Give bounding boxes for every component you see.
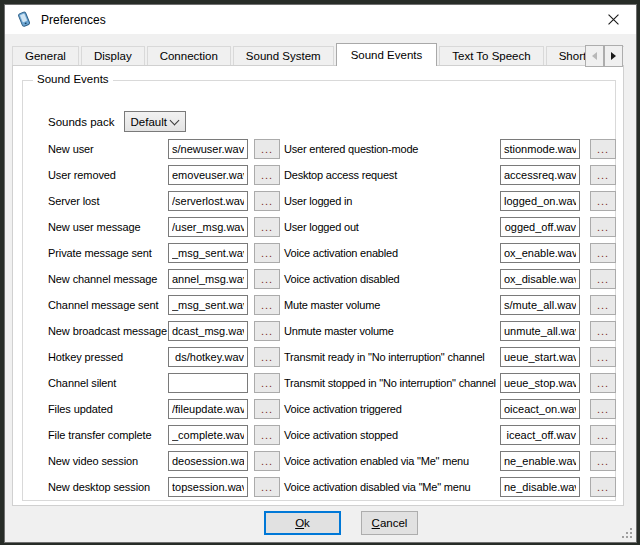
- tab-general[interactable]: General: [12, 46, 79, 66]
- tab-scroll-right-button[interactable]: [604, 45, 623, 67]
- sound-event-label: New user: [48, 143, 168, 155]
- tab-text-to-speech[interactable]: Text To Speech: [439, 46, 543, 66]
- browse-button[interactable]: ...: [590, 295, 616, 315]
- sound-event-label: New desktop session: [48, 481, 168, 493]
- sound-file-input[interactable]: [500, 373, 580, 393]
- browse-button[interactable]: ...: [590, 165, 616, 185]
- browse-button[interactable]: ...: [254, 321, 280, 341]
- browse-button[interactable]: ...: [590, 373, 616, 393]
- window-title: Preferences: [41, 13, 106, 27]
- browse-button[interactable]: ...: [590, 139, 616, 159]
- browse-button[interactable]: ...: [254, 451, 280, 471]
- browse-button[interactable]: ...: [254, 191, 280, 211]
- browse-button[interactable]: ...: [254, 295, 280, 315]
- browse-button[interactable]: ...: [590, 347, 616, 367]
- sound-event-label: New video session: [48, 455, 168, 467]
- browse-button[interactable]: ...: [590, 477, 616, 497]
- sound-file-input[interactable]: [168, 165, 248, 185]
- sound-event-label: Voice activation disabled: [284, 273, 500, 285]
- browse-button[interactable]: ...: [590, 321, 616, 341]
- browse-button[interactable]: ...: [590, 243, 616, 263]
- sound-file-input[interactable]: [500, 269, 580, 289]
- browse-button[interactable]: ...: [254, 165, 280, 185]
- sound-file-input[interactable]: [500, 139, 580, 159]
- browse-button[interactable]: ...: [254, 399, 280, 419]
- sound-file-input[interactable]: [168, 139, 248, 159]
- browse-button[interactable]: ...: [254, 425, 280, 445]
- tab-sound-system[interactable]: Sound System: [233, 46, 334, 66]
- browse-button[interactable]: ...: [254, 217, 280, 237]
- sound-event-row: Channel silent...: [48, 373, 280, 393]
- sound-file-input[interactable]: [500, 243, 580, 263]
- preferences-dialog: Preferences GeneralDisplayConnectionSoun…: [4, 4, 637, 543]
- sound-event-row: Voice activation disabled via "Me" menu.…: [284, 477, 616, 497]
- browse-button[interactable]: ...: [590, 399, 616, 419]
- chevron-down-icon: [169, 116, 179, 126]
- sound-event-label: Server lost: [48, 195, 168, 207]
- browse-button[interactable]: ...: [590, 217, 616, 237]
- sound-file-input[interactable]: [500, 451, 580, 471]
- tab-scroll-left-button[interactable]: [585, 45, 604, 67]
- sound-event-label: User logged in: [284, 195, 500, 207]
- sound-event-row: Hotkey pressed...: [48, 347, 280, 367]
- sound-file-input[interactable]: [168, 321, 248, 341]
- sound-event-row: Voice activation triggered...: [284, 399, 616, 419]
- sound-event-label: Mute master volume: [284, 299, 500, 311]
- chevron-right-icon: [611, 52, 616, 60]
- sound-file-input[interactable]: [168, 425, 248, 445]
- sound-file-input[interactable]: [500, 425, 580, 445]
- sound-file-input[interactable]: [500, 321, 580, 341]
- sound-file-input[interactable]: [168, 451, 248, 471]
- browse-button[interactable]: ...: [590, 269, 616, 289]
- tab-sound-events[interactable]: Sound Events: [336, 43, 438, 66]
- sound-event-row: New broadcast message...: [48, 321, 280, 341]
- browse-button[interactable]: ...: [590, 425, 616, 445]
- close-button[interactable]: [596, 5, 630, 34]
- sound-file-input[interactable]: [500, 217, 580, 237]
- sounds-pack-value: Default: [125, 116, 167, 128]
- browse-button[interactable]: ...: [254, 347, 280, 367]
- sound-file-input[interactable]: [500, 191, 580, 211]
- browse-button[interactable]: ...: [254, 139, 280, 159]
- sound-event-label: User removed: [48, 169, 168, 181]
- ok-button[interactable]: Ok: [264, 511, 341, 535]
- sound-file-input[interactable]: [168, 269, 248, 289]
- sound-event-row: File transfer complete...: [48, 425, 280, 445]
- sound-event-label: New user message: [48, 221, 168, 233]
- browse-button[interactable]: ...: [254, 373, 280, 393]
- tab-connection[interactable]: Connection: [147, 46, 231, 66]
- sound-file-input[interactable]: [500, 165, 580, 185]
- sound-event-row: Private message sent...: [48, 243, 280, 263]
- sound-file-input[interactable]: [168, 217, 248, 237]
- sound-event-row: Desktop access request...: [284, 165, 616, 185]
- sound-file-input[interactable]: [168, 399, 248, 419]
- browse-button[interactable]: ...: [254, 243, 280, 263]
- sounds-pack-dropdown[interactable]: Default: [124, 111, 186, 132]
- browse-button[interactable]: ...: [254, 477, 280, 497]
- sound-event-label: Channel message sent: [48, 299, 168, 311]
- browse-button[interactable]: ...: [590, 451, 616, 471]
- cancel-button[interactable]: Cancel: [361, 511, 418, 535]
- browse-button[interactable]: ...: [254, 269, 280, 289]
- sound-file-input[interactable]: [168, 477, 248, 497]
- sound-file-input[interactable]: [500, 399, 580, 419]
- resize-grip[interactable]: [622, 528, 633, 539]
- sound-file-input[interactable]: [500, 347, 580, 367]
- sound-event-row: Transmit ready in "No interruption" chan…: [284, 347, 616, 367]
- sound-event-label: File transfer complete: [48, 429, 168, 441]
- tab-display[interactable]: Display: [81, 46, 145, 66]
- sound-file-input[interactable]: [168, 295, 248, 315]
- sound-file-input[interactable]: [168, 347, 248, 367]
- sound-events-tab-page: Sound Events Sounds pack Default New use…: [12, 65, 624, 506]
- sound-file-input[interactable]: [168, 191, 248, 211]
- sound-event-row: Voice activation enabled via "Me" menu..…: [284, 451, 616, 471]
- sound-file-input[interactable]: [168, 243, 248, 263]
- groupbox-title: Sound Events: [33, 73, 113, 85]
- sound-file-input[interactable]: [168, 373, 248, 393]
- sound-event-row: User logged in...: [284, 191, 616, 211]
- sound-file-input[interactable]: [500, 477, 580, 497]
- sound-file-input[interactable]: [500, 295, 580, 315]
- browse-button[interactable]: ...: [590, 191, 616, 211]
- sound-event-label: Private message sent: [48, 247, 168, 259]
- sound-event-row: Channel message sent...: [48, 295, 280, 315]
